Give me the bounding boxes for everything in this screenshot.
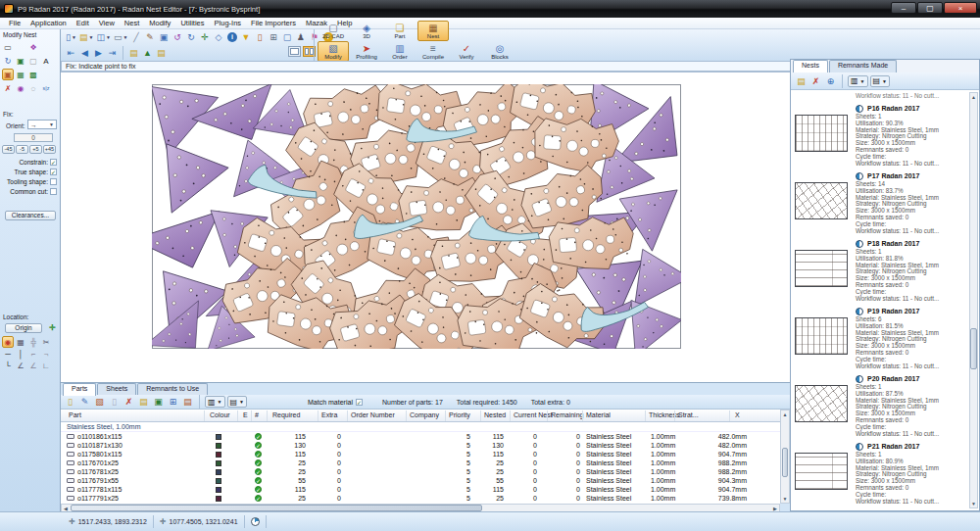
orient-dropdown[interactable]: →▼	[27, 120, 57, 129]
window-icon[interactable]: ▢	[280, 30, 293, 43]
edge-h-icon[interactable]: ─	[2, 348, 14, 360]
parts-table-vscrollbar[interactable]: ▲ ▼	[780, 410, 790, 504]
locate-nest-icon[interactable]: ⊕	[824, 74, 837, 87]
column-header-#[interactable]: #	[255, 411, 259, 418]
edit-part-icon[interactable]: ✎	[78, 396, 91, 409]
checkbox[interactable]: ✓	[50, 159, 57, 166]
menu-edit[interactable]: Edit	[72, 18, 94, 28]
edge-v-icon[interactable]: │	[15, 348, 26, 360]
angle-a-icon[interactable]: ∠	[15, 360, 26, 371]
nest-canvas[interactable]	[61, 72, 790, 382]
corner-tr-icon[interactable]: ¬	[40, 348, 52, 360]
column-header-extra[interactable]: Extra	[321, 411, 337, 418]
prev-sheet-icon[interactable]: ◀	[78, 47, 91, 60]
undo-icon[interactable]: ↺	[171, 30, 183, 43]
ribbon-profiling-button[interactable]: ➤Profiling	[351, 41, 382, 62]
column-header-nested[interactable]: Nested	[484, 411, 506, 418]
column-header-part[interactable]: Part	[69, 411, 81, 418]
table-row[interactable]: o1101871x130✓1300513000Stainless Steel1.…	[61, 441, 780, 450]
move-icon[interactable]: ✛	[198, 30, 211, 43]
column-header-order-number[interactable]: Order Number	[351, 411, 395, 418]
ribbon-modify-button[interactable]: ▧Modify	[318, 41, 349, 62]
array-tool-icon[interactable]: ▦	[15, 69, 26, 80]
material-group-row[interactable]: Stainless Steel, 1.00mm	[61, 422, 780, 432]
block-array-tool-icon[interactable]: ▩	[27, 69, 39, 80]
menu-utilities[interactable]: Utilities	[175, 18, 209, 28]
table-row[interactable]: o1177781x115✓1150511500Stainless Steel1.…	[61, 485, 780, 494]
checkbox[interactable]	[50, 178, 57, 185]
nest-entry[interactable]: P16 Radan 2017Sheets: 1Utilisation: 90.3…	[791, 100, 967, 168]
menu-modify[interactable]: Modify	[144, 18, 175, 28]
ribbon-nest-button[interactable]: ▦Nest	[417, 21, 449, 41]
menu-application[interactable]: Application	[25, 18, 72, 28]
origin-point-icon[interactable]: ◉	[2, 336, 14, 348]
ribbon-2dcad-button[interactable]: ▢2D CAD	[318, 21, 349, 41]
nest-entry[interactable]: P19 Radan 2017Sheets: 6Utilisation: 81.5…	[791, 303, 967, 370]
nest-view-columns-button[interactable]: ▥▼	[848, 75, 868, 87]
redo-icon[interactable]: ↻	[184, 30, 197, 43]
open-icon[interactable]: ▤▼	[78, 30, 94, 43]
table-add-icon[interactable]: ⊞	[167, 396, 179, 409]
column-header-strat-[interactable]: Strat...	[678, 411, 699, 418]
menu-file-importers[interactable]: File Importers	[246, 18, 301, 28]
copy-part-icon[interactable]: ▯	[108, 396, 121, 409]
pencil-icon[interactable]: ✎	[143, 30, 156, 43]
tab-parts[interactable]: Parts	[63, 383, 96, 396]
open-part-icon[interactable]: ▤	[137, 396, 150, 409]
origin-add-icon[interactable]: ✛	[49, 323, 56, 332]
material-icon[interactable]: ▣	[152, 396, 165, 409]
info-icon[interactable]: i	[225, 30, 238, 43]
column-header-colour[interactable]: Colour	[210, 411, 230, 418]
table-row[interactable]: o1176781x25✓25052500Stainless Steel1.00m…	[61, 467, 780, 476]
corner-l-icon[interactable]: └	[2, 360, 14, 371]
open-nest-icon[interactable]: ▤	[795, 74, 808, 87]
table-row[interactable]: o1177791x25✓25052500Stainless Steel1.00m…	[61, 494, 780, 503]
angle-b-icon[interactable]: ∠	[27, 360, 39, 371]
sheet-next-list-icon[interactable]: ▤	[155, 47, 168, 60]
sheet-list-icon[interactable]: ▤	[127, 47, 140, 60]
delete-tool-icon[interactable]: ✗	[2, 82, 14, 94]
corner-tl-icon[interactable]: ⌐	[27, 348, 39, 360]
angle-input[interactable]	[14, 133, 53, 142]
nest-sheet[interactable]	[152, 84, 681, 349]
minimize-button[interactable]: –	[891, 2, 916, 14]
first-sheet-icon[interactable]: ⇤	[65, 47, 77, 60]
lasso-tool-icon[interactable]: ◉	[15, 82, 26, 94]
save-icon[interactable]: ◫▼	[95, 30, 111, 43]
rotate-plus5-button[interactable]: +5	[29, 145, 42, 154]
table-row[interactable]: o1176791x55✓55055500Stainless Steel1.00m…	[61, 476, 780, 485]
maximize-button[interactable]: ▢	[917, 2, 943, 14]
nest-entry[interactable]: P17 Radan 2017Sheets: 14Utilisation: 83.…	[791, 168, 967, 235]
column-header-e[interactable]: E	[243, 411, 248, 418]
ribbon-verify-button[interactable]: ✓Verify	[451, 41, 482, 62]
ribbon-blocks-button[interactable]: ◎Blocks	[484, 41, 515, 62]
text-tool-icon[interactable]: A	[40, 55, 52, 67]
measure-icon[interactable]: ⊞	[267, 30, 279, 43]
menu-nest[interactable]: Nest	[120, 18, 144, 28]
rotate-plus45-button[interactable]: +45	[43, 145, 56, 154]
checkbox[interactable]	[50, 188, 57, 195]
import-part-icon[interactable]: ▧	[93, 396, 106, 409]
match-material-checkbox[interactable]: ✓	[356, 399, 363, 406]
node-icon[interactable]: ◇	[212, 30, 224, 43]
table-row[interactable]: o1175801x115✓1150511500Stainless Steel1.…	[61, 450, 780, 459]
print-icon[interactable]: ▭▼	[113, 30, 128, 43]
clipboard-icon[interactable]: ▯	[253, 30, 266, 43]
ribbon-3d-button[interactable]: ◈3D	[351, 21, 382, 41]
ribbon-part-button[interactable]: ❏Part	[384, 21, 416, 41]
column-header-priority[interactable]: Priority	[449, 411, 470, 418]
ribbon-compile-button[interactable]: ≡Compile	[417, 41, 449, 62]
column-header-x[interactable]: X	[735, 411, 740, 418]
ribbon-order-button[interactable]: ▥Order	[384, 41, 416, 62]
column-header-company[interactable]: Company	[410, 411, 439, 418]
auto-nest-icon[interactable]: ▲	[141, 47, 154, 60]
grid-icon[interactable]: ▦	[15, 336, 26, 348]
menu-view[interactable]: View	[94, 18, 120, 28]
column-header-material[interactable]: Material	[586, 411, 611, 418]
drag-part-tool-icon[interactable]: ❖	[27, 41, 39, 53]
column-header-required[interactable]: Required	[272, 411, 300, 418]
nest-view-layout-button[interactable]: ▤▼	[870, 75, 891, 87]
rotate-minus5-button[interactable]: -5	[16, 145, 28, 154]
close-button[interactable]: ×	[944, 2, 977, 14]
dashed-circle-tool-icon[interactable]: ◌	[27, 82, 39, 94]
